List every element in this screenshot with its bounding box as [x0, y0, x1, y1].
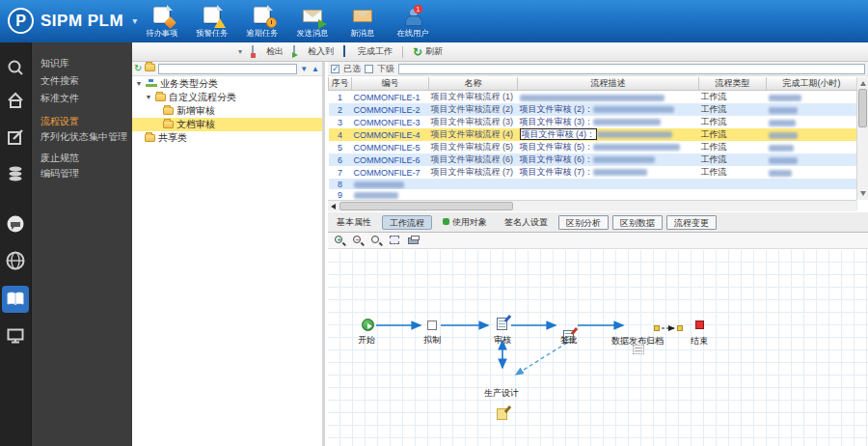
- zoom-out-icon[interactable]: −: [352, 235, 365, 247]
- selected-filter-checkbox[interactable]: [331, 65, 339, 73]
- tree-node-new-review[interactable]: 新增审核: [132, 104, 322, 118]
- tree-expander-icon[interactable]: ▼: [135, 77, 143, 91]
- zoom-in-icon[interactable]: +: [334, 235, 346, 247]
- refresh-button[interactable]: ↻ 刷新: [413, 45, 443, 58]
- redacted-text: [593, 106, 674, 113]
- tab-difference-data[interactable]: 区别数据: [612, 215, 663, 230]
- app-logo[interactable]: P SIPM PLM ▾: [8, 8, 137, 34]
- nav-new-message[interactable]: 新消息: [338, 4, 388, 40]
- col-header-no[interactable]: 序号: [329, 77, 352, 91]
- tree-expander-icon[interactable]: ▼: [145, 91, 152, 104]
- table-row[interactable]: 6 COMMONFILE-6 项目文件审核流程 (6) 项目文件审核 (6)： …: [329, 153, 857, 166]
- check-in-button[interactable]: 检入到: [293, 45, 334, 58]
- monitor-icon[interactable]: [4, 324, 27, 348]
- flow-node-start-icon[interactable]: [362, 319, 374, 331]
- diagram-toolbar: + −: [328, 234, 868, 249]
- menu-item-knowledge-base[interactable]: 知识库: [32, 56, 133, 71]
- scrollbar-thumb[interactable]: [339, 202, 513, 210]
- folder-icon: [145, 134, 155, 142]
- check-out-button[interactable]: 检出: [252, 45, 284, 58]
- tab-used-objects[interactable]: 使用对象: [436, 215, 494, 230]
- quick-search-icon[interactable]: [4, 56, 27, 79]
- print-icon[interactable]: [407, 235, 420, 247]
- chat-icon[interactable]: [4, 212, 27, 236]
- menu-item-code-management[interactable]: 编码管理: [32, 166, 133, 181]
- folder-icon: [155, 94, 166, 101]
- col-header-code[interactable]: 编号: [352, 77, 429, 91]
- table-row[interactable]: 9: [329, 189, 857, 200]
- redacted-text: [769, 107, 798, 114]
- tab-process-change[interactable]: 流程变更: [666, 215, 717, 230]
- table-row[interactable]: 7 COMMONFILE-7 项目文件审核流程 (7) 项目文件审核 (7)： …: [329, 166, 857, 179]
- scroll-down-icon[interactable]: [860, 191, 866, 196]
- select-area-icon[interactable]: [389, 235, 401, 247]
- complete-work-icon: [343, 46, 355, 58]
- grid-search-input[interactable]: [398, 64, 865, 74]
- scroll-up-icon[interactable]: [860, 81, 866, 86]
- nav-alert-tasks[interactable]: 预警任务: [187, 4, 237, 40]
- menu-item-process-settings[interactable]: 流程设置: [32, 114, 133, 129]
- expand-all-icon[interactable]: ▼: [300, 65, 309, 73]
- zoom-reset-icon[interactable]: [370, 235, 383, 247]
- horizontal-scrollbar[interactable]: [328, 200, 856, 211]
- toolbar-dropdown-caret[interactable]: ▾: [238, 47, 242, 56]
- workflow-canvas[interactable]: 开始 拟制 审核 签批 数据发布归档 结束 生产设计: [328, 250, 868, 446]
- menu-item-serialized-status[interactable]: 序列化状态集中管理: [32, 129, 133, 145]
- flow-node-production-design-icon[interactable]: [497, 408, 507, 420]
- col-header-type[interactable]: 流程类型: [699, 77, 767, 91]
- tab-signer-settings[interactable]: 签名人设置: [498, 215, 555, 230]
- vertical-scrollbar[interactable]: [856, 77, 868, 200]
- tree-root-business-types[interactable]: ▼ 业务类型分类: [132, 77, 322, 91]
- tab-difference-analysis[interactable]: 区别分析: [558, 215, 609, 230]
- menu-item-standard-files[interactable]: 标准文件: [32, 91, 133, 106]
- col-header-desc[interactable]: 流程描述: [518, 77, 699, 91]
- table-row[interactable]: 8: [329, 179, 857, 189]
- tree-toolbar: ↻ ▼ ▲: [132, 62, 322, 76]
- tree-search-input[interactable]: [158, 64, 297, 74]
- tree-node-custom-process[interactable]: ▼ 自定义流程分类: [132, 91, 322, 104]
- redacted-text: [769, 120, 796, 126]
- collapse-all-icon[interactable]: ▲: [312, 65, 320, 73]
- header-nav: 待办事项 预警任务 逾期任务 发送消息 新消息 1: [137, 4, 438, 40]
- menu-item-file-search[interactable]: 文件搜索: [32, 73, 133, 89]
- left-icon-strip: [0, 42, 31, 446]
- col-header-name[interactable]: 名称: [429, 77, 518, 91]
- book-icon[interactable]: [2, 286, 29, 313]
- table-row[interactable]: 3 COMMONFILE-3 项目文件审核流程 (3) 项目文件审核 (3)： …: [329, 116, 857, 128]
- tree-node-shared-class[interactable]: 共享类: [132, 131, 322, 145]
- nav-overdue-tasks[interactable]: 逾期任务: [237, 4, 287, 40]
- tree-filter-icon[interactable]: [145, 63, 155, 74]
- scroll-left-icon[interactable]: [331, 204, 336, 209]
- tab-workflow[interactable]: 工作流程: [382, 215, 432, 230]
- tree-node-document-review[interactable]: 文档审核: [132, 118, 322, 131]
- flow-node-draft-icon[interactable]: [427, 321, 437, 330]
- col-header-duration[interactable]: 完成工期(小时): [767, 77, 857, 91]
- complete-work-button[interactable]: 完成工作: [343, 45, 393, 58]
- scrollbar-thumb[interactable]: [858, 89, 867, 127]
- nav-send-message[interactable]: 发送消息: [287, 4, 338, 40]
- nav-online-users[interactable]: 1 在线用户: [388, 4, 438, 40]
- database-icon[interactable]: [4, 162, 27, 185]
- connector-port[interactable]: [654, 325, 660, 331]
- flow-node-end-icon[interactable]: [695, 321, 704, 329]
- tree-body: ▼ 业务类型分类 ▼ 自定义流程分类 新增审核 文档审核 共享类: [132, 77, 322, 446]
- edit-icon[interactable]: [4, 125, 27, 149]
- grid-filter-row: 已选 下级: [328, 62, 868, 76]
- home-icon[interactable]: [4, 89, 27, 112]
- menu-item-obsolete-specs[interactable]: 废止规范: [32, 151, 133, 166]
- folder-icon: [163, 107, 174, 115]
- inline-edit-cell[interactable]: 项目文件审核 (4)：: [520, 128, 598, 140]
- table-row[interactable]: 1 COMMONFILE-1 项目文件审核流程 (1) 工作流: [329, 91, 857, 104]
- flow-node-review-icon[interactable]: [497, 318, 507, 330]
- tab-basic-properties[interactable]: 基本属性: [330, 215, 378, 230]
- online-users-badge: 1: [414, 5, 422, 14]
- table-row[interactable]: 5 COMMONFILE-5 项目文件审核流程 (5) 项目文件审核 (5)： …: [329, 141, 857, 153]
- globe-icon[interactable]: [4, 249, 27, 272]
- table-row-selected[interactable]: 4 COMMONFILE-4 项目文件审核流程 (4) 项目文件审核 (4)： …: [329, 128, 857, 141]
- connector-port[interactable]: [677, 325, 683, 331]
- table-row[interactable]: 2 COMMONFILE-2 项目文件审核流程 (2) 项目文件审核 (2)： …: [329, 103, 857, 116]
- nav-todo-items[interactable]: 待办事项: [137, 4, 187, 40]
- process-table: 序号 编号 名称 流程描述 流程类型 完成工期(小时) 1 COMMONFILE…: [328, 77, 857, 210]
- tree-refresh-icon[interactable]: ↻: [134, 63, 142, 74]
- sublevel-filter-checkbox[interactable]: [365, 65, 373, 73]
